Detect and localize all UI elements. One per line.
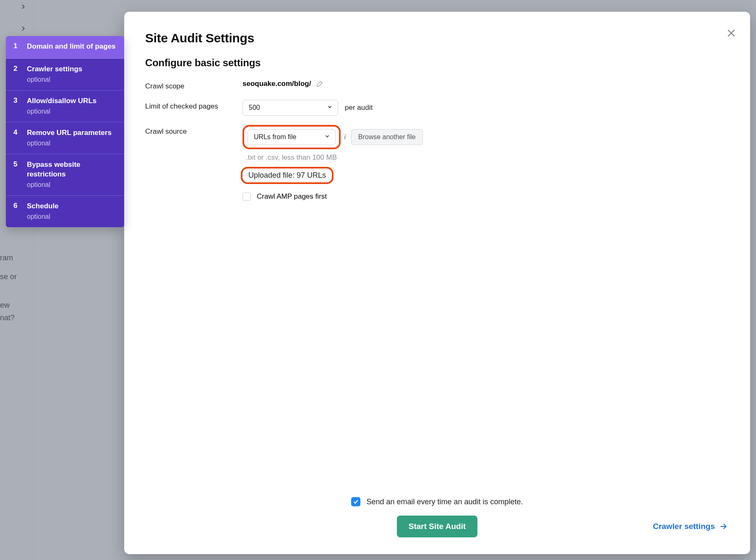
action-row: Start Site Audit Crawler settings — [145, 516, 729, 537]
browse-file-button[interactable]: Browse another file — [351, 129, 423, 145]
wizard-step-title: Schedule — [27, 202, 59, 211]
crawl-scope-row: seoquake.com/blog/ — [242, 80, 729, 88]
modal-subtitle: Configure basic settings — [145, 57, 729, 69]
wizard-sidebar: 1 Domain and limit of pages 2 Crawler se… — [6, 36, 124, 227]
file-hint: .txt or .csv, less than 100 MB — [246, 153, 337, 162]
wizard-step-4[interactable]: 4 Remove URL parameters optional — [6, 122, 124, 154]
wizard-step-optional: optional — [27, 108, 96, 115]
crawl-amp-row: Crawl AMP pages first — [242, 192, 327, 201]
label-crawl-scope: Crawl scope — [145, 80, 240, 91]
email-notify-label: Send an email every time an audit is com… — [366, 498, 523, 506]
arrow-right-icon — [719, 522, 727, 531]
modal-footer: Send an email every time an audit is com… — [145, 497, 729, 537]
highlight-crawl-source: URLs from file — [242, 125, 341, 149]
wizard-step-title: Remove URL parameters — [27, 128, 112, 138]
per-audit-label: per audit — [345, 104, 373, 112]
wizard-step-title: Crawler settings — [27, 65, 82, 74]
wizard-step-title: Bypass website restrictions — [27, 160, 117, 179]
wizard-step-5[interactable]: 5 Bypass website restrictions optional — [6, 154, 124, 196]
crawl-source-column: URLs from file i Browse another file .tx… — [242, 125, 729, 201]
email-checkbox[interactable] — [351, 497, 360, 506]
wizard-step-number: 2 — [13, 65, 19, 83]
wizard-step-number: 1 — [13, 42, 19, 52]
crawler-settings-link[interactable]: Crawler settings — [653, 522, 727, 531]
limit-select[interactable]: 500 — [242, 100, 338, 116]
edit-icon[interactable] — [316, 80, 323, 88]
wizard-step-1[interactable]: 1 Domain and limit of pages — [6, 36, 124, 59]
settings-modal: Site Audit Settings Configure basic sett… — [124, 12, 750, 554]
wizard-step-6[interactable]: 6 Schedule optional — [6, 196, 124, 227]
close-button[interactable] — [726, 28, 737, 40]
highlight-uploaded: Uploaded file: 97 URLs — [241, 167, 334, 184]
wizard-step-2[interactable]: 2 Crawler settings optional — [6, 59, 124, 91]
crawler-settings-label: Crawler settings — [653, 522, 715, 531]
wizard-step-number: 3 — [13, 96, 19, 115]
wizard-step-optional: optional — [27, 76, 82, 83]
chevron-down-icon — [324, 133, 330, 141]
crawl-source-value: URLs from file — [254, 133, 296, 141]
label-crawl-source: Crawl source — [145, 125, 240, 136]
wizard-step-number: 4 — [13, 128, 19, 147]
wizard-step-title: Domain and limit of pages — [27, 42, 116, 52]
crawl-scope-value: seoquake.com/blog/ — [242, 80, 311, 88]
info-icon[interactable]: i — [344, 133, 346, 141]
wizard-step-title: Allow/disallow URLs — [27, 96, 96, 106]
uploaded-file-text: Uploaded file: 97 URLs — [248, 171, 326, 179]
label-limit: Limit of checked pages — [145, 100, 240, 111]
start-audit-button[interactable]: Start Site Audit — [397, 516, 478, 537]
limit-row: 500 per audit — [242, 100, 729, 116]
wizard-step-number: 5 — [13, 160, 19, 189]
crawl-amp-label: Crawl AMP pages first — [257, 192, 327, 201]
wizard-step-optional: optional — [27, 140, 112, 147]
wizard-step-optional: optional — [27, 213, 59, 220]
modal-title: Site Audit Settings — [145, 31, 729, 45]
crawl-amp-checkbox[interactable] — [242, 192, 251, 201]
wizard-step-3[interactable]: 3 Allow/disallow URLs optional — [6, 91, 124, 122]
chevron-down-icon — [327, 104, 333, 111]
settings-form: Crawl scope seoquake.com/blog/ Limit of … — [145, 80, 729, 201]
email-notify-row: Send an email every time an audit is com… — [351, 497, 523, 506]
limit-select-value: 500 — [249, 104, 260, 111]
wizard-step-optional: optional — [27, 181, 117, 189]
crawl-source-select[interactable]: URLs from file — [248, 129, 336, 145]
wizard-step-number: 6 — [13, 202, 19, 220]
